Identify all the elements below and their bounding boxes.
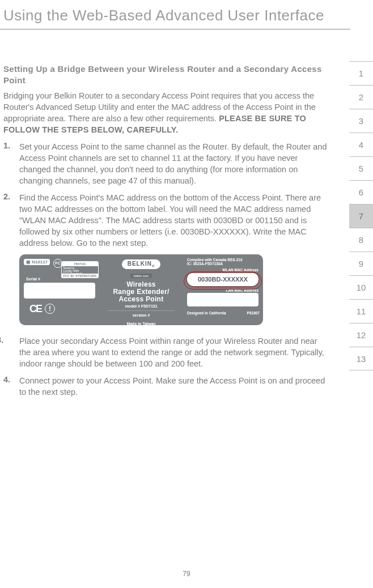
- section-tab-8[interactable]: 8: [349, 228, 373, 252]
- brand-pill: BELKIN®: [122, 259, 161, 269]
- serial-box: [24, 283, 95, 299]
- fcc-id: FCC ID: K7SF5D7130A: [61, 274, 99, 278]
- label-middle-group: BELKIN® belkin.com Wireless Range Extend…: [104, 258, 178, 325]
- step-number: 2.: [3, 192, 19, 249]
- version-label: version #: [104, 313, 178, 317]
- wlan-mac-label: WLAN MAC Address: [187, 268, 258, 272]
- label-right-group: Complies with Canada RSS-210 IC: 3623A-F…: [187, 258, 260, 315]
- product-title: Wireless Range Extender/ Access Point: [104, 281, 178, 304]
- step-1: 1. Set your Access Point to the same cha…: [3, 141, 328, 186]
- product-label-illustration: ▣ N10117 FC F5D7131 Tested to Comply Wit…: [19, 254, 263, 325]
- section-heading: Setting Up a Bridge Between your Wireles…: [3, 63, 328, 87]
- section-tab-5[interactable]: 5: [349, 156, 373, 180]
- step-number: 4.: [3, 375, 19, 398]
- section-tab-6[interactable]: 6: [349, 180, 373, 204]
- n-cert-badge: ▣ N10117: [24, 259, 50, 265]
- fcc-top: F5D7131: [62, 262, 98, 266]
- designed-row: Designed in California P81807: [187, 311, 260, 315]
- step-2: 2. Find the Access Point's MAC address o…: [3, 192, 328, 249]
- section-tab-7[interactable]: 7: [349, 204, 373, 228]
- wlan-mac-box: 0030BD-XXXXXX: [187, 272, 258, 286]
- brand-name: BELKIN: [128, 261, 152, 267]
- section-nav: 1 2 3 4 5 6 7 8 9 10 11 12 13: [349, 61, 373, 370]
- ce-mark: CE: [29, 303, 41, 315]
- step-text: Place your secondary Access Point within…: [19, 335, 328, 369]
- step-4: 4. Connect power to your Access Point. M…: [3, 375, 328, 398]
- product-title-line: Access Point: [119, 295, 164, 303]
- n-cert-number: N10117: [32, 259, 48, 265]
- alert-mark: !: [45, 304, 55, 314]
- header-divider: [0, 29, 350, 29]
- section-tab-11[interactable]: 11: [349, 299, 373, 323]
- fcc-box: F5D7131 Tested to Comply With FCC Standa…: [61, 261, 99, 278]
- made-in: Made in Taiwan: [104, 322, 178, 325]
- step-number: 1.: [3, 141, 19, 186]
- model-number: model # F5D7131: [104, 304, 178, 308]
- steps-list-cont: 3. Place your secondary Access Point wit…: [3, 335, 328, 398]
- complies-line: Complies with Canada RSS-210: [187, 258, 243, 262]
- step-text: Find the Access Point's MAC address on t…: [19, 192, 328, 249]
- complies-line: IC: 3623A-F5D7130A: [187, 262, 223, 266]
- lan-mac-label: LAN MAC Address: [187, 288, 258, 292]
- section-tab-2[interactable]: 2: [349, 85, 373, 109]
- steps-list: 1. Set your Access Point to the same cha…: [3, 141, 328, 249]
- section-tab-9[interactable]: 9: [349, 252, 373, 275]
- step-number: 3.: [0, 335, 19, 369]
- label-divider: [108, 310, 175, 311]
- section-tab-4[interactable]: 4: [349, 133, 373, 156]
- step-text: Connect power to your Access Point. Make…: [19, 375, 328, 398]
- section-tab-3[interactable]: 3: [349, 109, 373, 133]
- section-tab-12[interactable]: 12: [349, 323, 373, 347]
- page-title: Using the Web-Based Advanced User Interf…: [0, 0, 373, 29]
- section-tab-10[interactable]: 10: [349, 275, 373, 299]
- product-title-line: Range Extender/: [113, 288, 169, 296]
- section-tab-13[interactable]: 13: [349, 347, 373, 370]
- brand-site: belkin.com: [130, 274, 152, 278]
- label-left-group: ▣ N10117 FC F5D7131 Tested to Comply Wit…: [24, 259, 96, 268]
- brand-pill-wrap: BELKIN® belkin.com: [104, 258, 178, 279]
- ce-mark-row: CE !: [29, 303, 55, 315]
- designed-in: Designed in California: [187, 311, 226, 315]
- product-title-line: Wireless: [126, 280, 156, 288]
- main-content: Setting Up a Bridge Between your Wireles…: [0, 63, 373, 403]
- lan-mac-box: [187, 293, 258, 306]
- step-3: 3. Place your secondary Access Point wit…: [0, 335, 328, 369]
- content-column: Setting Up a Bridge Between your Wireles…: [0, 63, 334, 403]
- part-number: P81807: [247, 311, 260, 315]
- serial-label: Serial #: [26, 277, 40, 281]
- section-tab-1[interactable]: 1: [349, 61, 373, 85]
- page-number: 79: [183, 570, 190, 578]
- complies-text: Complies with Canada RSS-210 IC: 3623A-F…: [187, 258, 260, 266]
- intro-paragraph: Bridging your Belkin Router to a seconda…: [3, 90, 328, 135]
- step-text: Set your Access Point to the same channe…: [19, 141, 328, 186]
